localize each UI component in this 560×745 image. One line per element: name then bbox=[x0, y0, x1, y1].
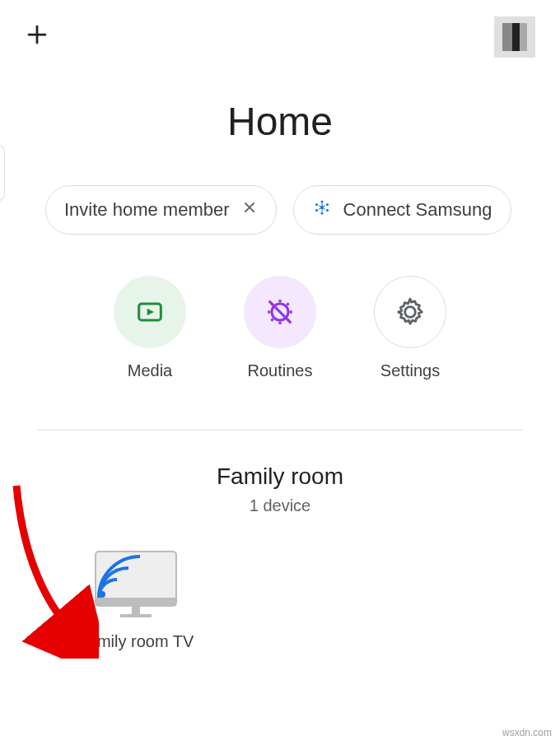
svg-point-1 bbox=[320, 200, 323, 203]
add-button[interactable] bbox=[25, 20, 49, 54]
svg-point-5 bbox=[315, 209, 317, 212]
shortcut-label: Settings bbox=[380, 361, 440, 380]
room-device-count: 1 device bbox=[0, 496, 560, 515]
suggestion-chips: Invite home member Connect Samsung bbox=[0, 185, 560, 235]
svg-point-3 bbox=[315, 203, 317, 206]
settings-shortcut[interactable]: Settings bbox=[374, 276, 446, 380]
room-title: Family room bbox=[0, 463, 560, 490]
svg-point-0 bbox=[320, 206, 323, 209]
svg-rect-11 bbox=[132, 606, 140, 614]
network-icon bbox=[312, 198, 332, 222]
top-bar bbox=[0, 0, 560, 66]
media-shortcut[interactable]: Media bbox=[114, 276, 186, 380]
chip-label: Invite home member bbox=[64, 199, 230, 221]
media-icon bbox=[114, 276, 186, 348]
edge-tab bbox=[0, 144, 5, 202]
routines-shortcut[interactable]: Routines bbox=[244, 276, 316, 380]
watermark: wsxdn.com bbox=[502, 727, 552, 738]
shortcut-label: Routines bbox=[248, 361, 313, 380]
connect-samsung-chip[interactable]: Connect Samsung bbox=[293, 185, 511, 235]
divider bbox=[37, 430, 523, 431]
svg-point-4 bbox=[325, 203, 328, 206]
plus-icon bbox=[25, 22, 49, 47]
svg-point-2 bbox=[320, 212, 323, 214]
cast-tv-icon bbox=[91, 548, 181, 622]
shortcuts-row: Media Routines Settings bbox=[0, 276, 560, 380]
svg-rect-10 bbox=[96, 598, 176, 606]
device-label: Family room TV bbox=[78, 632, 194, 651]
svg-rect-12 bbox=[120, 614, 152, 617]
device-family-room-tv[interactable]: Family room TV bbox=[54, 548, 218, 651]
routines-icon bbox=[244, 276, 316, 348]
gear-icon bbox=[374, 276, 446, 348]
account-avatar[interactable] bbox=[494, 16, 535, 58]
chip-label: Connect Samsung bbox=[343, 199, 492, 221]
close-icon[interactable] bbox=[241, 199, 258, 221]
invite-home-member-chip[interactable]: Invite home member bbox=[45, 185, 277, 235]
page-title: Home bbox=[0, 99, 560, 144]
svg-point-6 bbox=[325, 209, 328, 212]
shortcut-label: Media bbox=[128, 361, 172, 380]
svg-point-13 bbox=[99, 591, 105, 598]
